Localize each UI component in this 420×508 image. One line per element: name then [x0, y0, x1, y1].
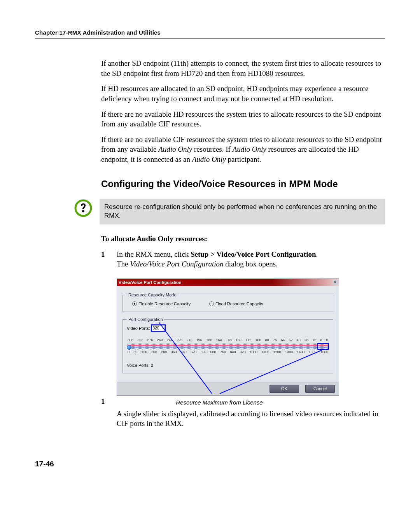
p4-text-g: participant. [226, 155, 261, 163]
page: Chapter 17-RMX Administration and Utilit… [0, 0, 420, 492]
figure-caption-row: 1 Resource Maximum from License [101, 396, 385, 406]
svg-point-1 [82, 210, 84, 212]
radio-dot-selected-icon [132, 301, 137, 306]
step1-dialog-name: Video/Voice Port Configuration [130, 260, 223, 268]
callout-box-1600 [317, 343, 329, 350]
note-icon [74, 199, 93, 217]
radio-flexible-label: Flexible Resource Capacity [138, 301, 191, 307]
dialog-titlebar: Video/Voice Port Configuration × [117, 279, 339, 286]
p4-italic-1: Audio Only [158, 145, 192, 153]
close-icon[interactable]: × [332, 280, 338, 285]
step-1-number: 1 [101, 249, 109, 269]
step1-f: dialog box opens. [224, 260, 278, 268]
fieldset-capacity-legend: Resource Capacity Mode [127, 292, 178, 298]
slider-thumb[interactable] [127, 345, 131, 350]
figure-caption: Resource Maximum from License [131, 399, 307, 406]
slider-track[interactable] [128, 343, 328, 349]
section-heading: Configuring the Video/Voice Resources in… [101, 178, 385, 190]
radio-flexible[interactable]: Flexible Resource Capacity [132, 301, 191, 307]
bar-red [128, 345, 328, 346]
voice-ports-label: Voice Ports: 0 [127, 363, 329, 368]
dialog: Video/Voice Port Configuration × Resourc… [117, 279, 339, 396]
step1-a: In the RMX menu, click [117, 250, 191, 258]
fieldset-port-config: Port Configuration Video Ports: 320 3082… [122, 317, 333, 374]
video-ports-row: Video Ports: 320 [127, 325, 329, 331]
header-rule [35, 38, 385, 39]
note-row: Resource re-configuration should only be… [74, 199, 385, 224]
p4-italic-3: Audio Only [192, 155, 226, 163]
slider-scale: 3082922762602442282121961801641481321161… [128, 338, 328, 356]
fieldset-port-legend: Port Configuration [127, 317, 164, 322]
fieldset-capacity-mode: Resource Capacity Mode Flexible Resource… [122, 292, 333, 312]
radio-fixed-label: Fixed Resource Capacity [215, 301, 263, 307]
dialog-footer: OK Cancel [117, 382, 339, 395]
ok-button[interactable]: OK [270, 385, 299, 393]
video-ports-label: Video Ports: [127, 326, 150, 331]
body-column: If another SD endpoint (11th) attempts t… [101, 58, 385, 429]
p4-italic-2: Audio Only [233, 145, 266, 153]
bar-blue [128, 347, 328, 348]
dialog-title-text: Video/Voice Port Configuration [119, 280, 182, 286]
radio-dot-icon [209, 301, 214, 306]
running-header: Chapter 17-RMX Administration and Utilit… [35, 29, 385, 36]
paragraph-2: If HD resources are allocated to an SD e… [101, 84, 385, 103]
radio-fixed[interactable]: Fixed Resource Capacity [209, 301, 263, 307]
dialog-body: Resource Capacity Mode Flexible Resource… [117, 286, 339, 382]
video-ports-input[interactable]: 320 [152, 325, 165, 331]
p4-text-c: resources. If [192, 145, 232, 153]
step1-c: . [316, 250, 318, 258]
step1-menu-path: Setup > Video/Voice Port Configuration [191, 250, 316, 258]
paragraph-1: If another SD endpoint (11th) attempts t… [101, 58, 385, 78]
ticks-top: 3082922762602442282121961801641481321161… [128, 338, 328, 342]
note-box: Resource re-configuration should only be… [100, 199, 385, 224]
step-1: 1 In the RMX menu, click Setup > Video/V… [101, 249, 385, 269]
paragraph-3: If there are no available HD resources t… [101, 109, 385, 129]
after-figure-paragraph: A single slider is displayed, calibrated… [117, 409, 385, 429]
cancel-button[interactable]: Cancel [305, 385, 335, 393]
figure-wrap: Video/Voice Port Configuration × Resourc… [101, 279, 385, 406]
ticks-bottom: 0601202002803604405206006807608409201000… [128, 350, 328, 354]
page-number: 17-46 [35, 460, 385, 468]
figure-step-marker: 1 [101, 396, 109, 406]
procedure-intro: To allocate Audio Only resources: [101, 234, 385, 244]
step1-d: The [117, 260, 130, 268]
step-1-body: In the RMX menu, click Setup > Video/Voi… [117, 249, 385, 269]
paragraph-4: If there are no available CIF resources … [101, 135, 385, 165]
